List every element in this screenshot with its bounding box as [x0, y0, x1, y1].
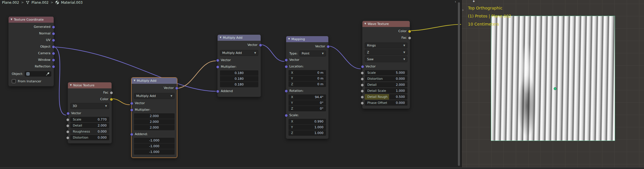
field-detail[interactable]: Detail2.000: [365, 82, 407, 88]
node-header[interactable]: ▼ Noise Texture: [68, 82, 112, 88]
field-scale[interactable]: Scale5.000: [365, 70, 407, 75]
socket-vector-out[interactable]: [327, 45, 330, 48]
socket-phase-offset-in[interactable]: [361, 102, 364, 105]
node-header[interactable]: ▼ Mapping: [286, 36, 328, 42]
location-x[interactable]: X0 m: [288, 70, 326, 75]
socket-vector-out[interactable]: [175, 87, 178, 90]
socket-uv[interactable]: [52, 39, 55, 42]
field-detail-scale[interactable]: Detail Scale1.000: [365, 88, 407, 94]
socket-reflection[interactable]: [52, 65, 55, 68]
socket-vector-in[interactable]: [130, 102, 133, 105]
multiplier-x[interactable]: 2.000: [134, 113, 175, 119]
location-z[interactable]: Z0 m: [288, 81, 326, 87]
socket-addend-in[interactable]: [130, 133, 133, 136]
rotation-y[interactable]: Y0°: [288, 100, 326, 106]
collapse-chevron-icon[interactable]: ▼: [70, 84, 72, 86]
location-y[interactable]: Y0 m: [288, 76, 326, 81]
socket-detail-scale-in[interactable]: [361, 90, 364, 93]
collapse-chevron-icon[interactable]: ▼: [220, 36, 221, 39]
node-noise-texture[interactable]: ▼ Noise Texture Fac Color 3D▼ Vector Sca…: [68, 82, 112, 143]
pan-gizmo-icon[interactable]: ↕: [472, 0, 476, 3]
socket-object[interactable]: [52, 45, 55, 48]
node-editor-scrollbar[interactable]: [458, 2, 460, 166]
socket-detail-in[interactable]: [66, 124, 69, 127]
multiplier-z[interactable]: 0.180: [220, 82, 258, 87]
operation-dropdown[interactable]: Multiply Add▼: [134, 93, 175, 99]
socket-vector-in[interactable]: [285, 59, 288, 62]
scale-z[interactable]: Z1.000: [288, 130, 326, 136]
rotation-x[interactable]: X94.4°: [288, 94, 326, 100]
operation-dropdown[interactable]: Multiply Add▼: [220, 50, 258, 56]
editor-bottom-divider[interactable]: [0, 167, 644, 169]
region-collapse-left-icon[interactable]: ‹: [455, 0, 456, 4]
wave-type-dropdown[interactable]: Rings▼: [365, 42, 407, 48]
type-dropdown[interactable]: Point▼: [299, 50, 326, 57]
node-header[interactable]: ▼ Multiply Add: [218, 35, 261, 41]
region-expand-right-icon[interactable]: ›: [462, 8, 464, 12]
field-scale[interactable]: Scale0.770: [70, 117, 109, 122]
node-wave-texture[interactable]: ▼ Wave Texture Color Fac Rings▼ Z▼ Saw▼ …: [362, 21, 410, 109]
field-detail-roughness[interactable]: Detail Rough0.500: [365, 94, 407, 100]
socket-vector-in[interactable]: [67, 112, 70, 115]
collapse-chevron-icon[interactable]: ▼: [11, 18, 12, 21]
multiplier-x[interactable]: 0.180: [220, 70, 258, 76]
field-detail[interactable]: Detail2.000: [70, 123, 109, 128]
node-texture-coordinate[interactable]: ▼ Texture Coordinate Generated Normal UV…: [8, 16, 54, 86]
socket-rotation-in[interactable]: [285, 90, 288, 93]
socket-scale-in[interactable]: [66, 118, 69, 121]
field-distortion[interactable]: Distortion0.000: [70, 135, 109, 140]
socket-multiplier-in[interactable]: [216, 65, 219, 69]
socket-window[interactable]: [52, 59, 55, 62]
shader-node-editor[interactable]: Plane.002 > Plane.002 > Material.003: [0, 0, 461, 169]
field-distortion[interactable]: Distortion0.000: [365, 76, 407, 81]
socket-location-in[interactable]: [285, 65, 288, 68]
addend-z[interactable]: -1.000: [134, 149, 175, 155]
socket-camera[interactable]: [52, 52, 55, 55]
socket-color[interactable]: [110, 98, 113, 101]
wave-profile-dropdown[interactable]: Saw▼: [365, 56, 407, 62]
collapse-chevron-icon[interactable]: ▼: [134, 79, 135, 82]
socket-fac-out[interactable]: [408, 36, 411, 40]
node-multiply-add-2[interactable]: ▼ Multiply Add Vector Multiply Add▼ Vect…: [217, 34, 261, 97]
socket-color-out[interactable]: [408, 30, 411, 33]
eyedropper-icon[interactable]: [46, 72, 50, 76]
socket-multiplier-in[interactable]: [130, 108, 133, 112]
socket-generated[interactable]: [52, 26, 55, 29]
from-instancer-checkbox[interactable]: [12, 79, 16, 83]
multiplier-y[interactable]: 0.180: [220, 76, 258, 81]
socket-detail-roughness-in[interactable]: [361, 96, 364, 99]
socket-addend-in[interactable]: [216, 90, 219, 93]
scale-x[interactable]: X0.990: [288, 119, 326, 124]
scale-y[interactable]: Y1.000: [288, 125, 326, 130]
socket-distortion-in[interactable]: [361, 77, 364, 81]
viewport-3d[interactable]: ↕ › Top Orthographic (1) Protos | Plane.…: [462, 0, 644, 169]
socket-vector-in[interactable]: [361, 65, 364, 68]
socket-vector-in[interactable]: [216, 59, 219, 62]
node-header[interactable]: ▼ Multiply Add: [132, 78, 177, 84]
socket-scale-in[interactable]: [285, 114, 288, 117]
socket-fac[interactable]: [110, 91, 113, 94]
node-header[interactable]: ▼ Texture Coordinate: [9, 17, 54, 23]
dimensions-dropdown[interactable]: 3D▼: [70, 103, 109, 109]
field-roughness[interactable]: Roughness0.000: [70, 129, 109, 134]
rotation-z[interactable]: Z0°: [288, 106, 326, 111]
selected-plane-object[interactable]: [491, 16, 615, 141]
node-mapping[interactable]: ▼ Mapping Vector Type: Point▼ Vector Loc…: [286, 36, 329, 139]
addend-x[interactable]: -1.000: [134, 138, 175, 143]
field-phase-offset[interactable]: Phase Offset0.000: [365, 100, 407, 106]
multiplier-z[interactable]: 2.000: [134, 125, 175, 130]
object-field[interactable]: [25, 71, 51, 77]
socket-detail-in[interactable]: [361, 83, 364, 87]
socket-vector-out[interactable]: [259, 44, 262, 47]
rings-direction-dropdown[interactable]: Z▼: [365, 49, 407, 55]
socket-distortion-in[interactable]: [66, 136, 69, 139]
socket-roughness-in[interactable]: [66, 130, 69, 133]
addend-y[interactable]: -1.000: [134, 143, 175, 149]
node-header[interactable]: ▼ Wave Texture: [362, 21, 410, 27]
socket-normal[interactable]: [52, 32, 55, 35]
socket-scale-in[interactable]: [361, 71, 364, 75]
node-multiply-add-1[interactable]: ▼ Multiply Add Vector Multiply Add▼ Vect…: [131, 77, 177, 158]
multiplier-y[interactable]: 2.000: [134, 119, 175, 125]
collapse-chevron-icon[interactable]: ▼: [288, 38, 290, 40]
collapse-chevron-icon[interactable]: ▼: [364, 22, 366, 25]
